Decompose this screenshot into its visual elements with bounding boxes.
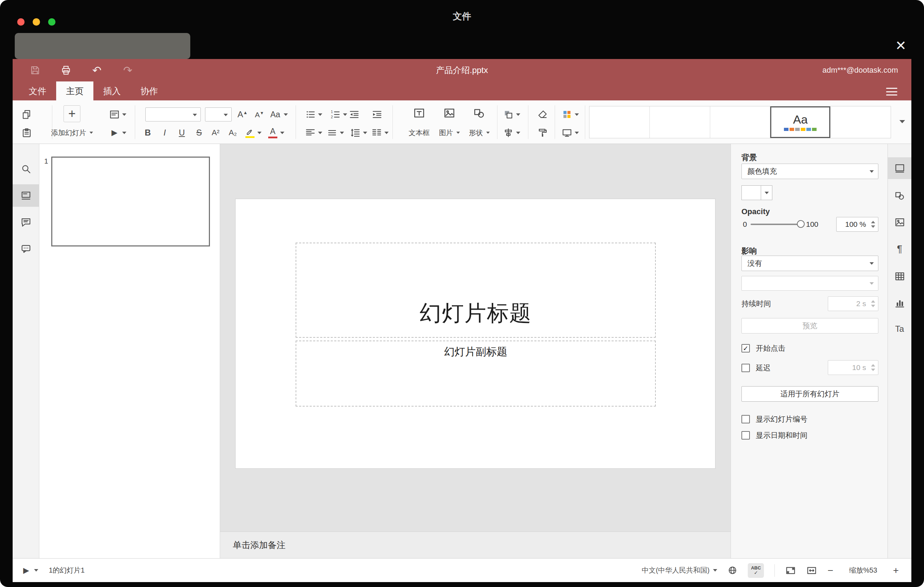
add-slide-button[interactable]: +	[64, 106, 81, 122]
columns-chevron-icon[interactable]	[384, 132, 389, 134]
tab-collaboration[interactable]: 协作	[130, 81, 168, 101]
clear-style-button[interactable]	[535, 107, 551, 122]
paragraph-settings-button[interactable]: ¶	[888, 238, 911, 260]
arrange-chevron-icon[interactable]	[516, 114, 520, 116]
title-placeholder[interactable]: 幻灯片标题	[295, 242, 656, 338]
delay-row[interactable]: 延迟	[741, 361, 771, 375]
slides-panel-button[interactable]	[13, 184, 39, 207]
vertical-align-button[interactable]	[324, 125, 340, 140]
hamburger-menu-icon[interactable]	[885, 86, 898, 97]
preview-chevron-icon[interactable]	[34, 569, 38, 572]
tab-insert[interactable]: 插入	[93, 81, 130, 101]
vertical-align-chevron-icon[interactable]	[340, 132, 344, 134]
spellcheck-button[interactable]: ABC ✓	[748, 563, 764, 578]
theme-option-2[interactable]	[650, 106, 710, 138]
copy-button[interactable]	[19, 107, 35, 122]
start-preview-icon[interactable]: ▶	[23, 567, 29, 574]
align-shape-button[interactable]	[501, 125, 516, 140]
align-shape-chevron-icon[interactable]	[516, 132, 520, 134]
paste-button[interactable]	[19, 125, 35, 140]
print-button[interactable]	[60, 64, 72, 76]
chat-button[interactable]	[13, 238, 39, 260]
save-button[interactable]	[29, 64, 41, 76]
theme-option-selected[interactable]: Aa	[770, 106, 831, 138]
change-case-button[interactable]: Aa	[267, 107, 283, 122]
slide-thumbnail[interactable]	[51, 157, 210, 246]
effect-select[interactable]: 没有	[741, 256, 878, 271]
theme-gallery-expand-button[interactable]	[895, 114, 909, 129]
bullet-list-button[interactable]	[303, 107, 318, 122]
start-on-click-row[interactable]: ✓ 开始点击	[741, 341, 785, 355]
preview-button[interactable]: 预览	[741, 318, 878, 333]
show-datetime-checkbox[interactable]	[741, 431, 750, 440]
search-button[interactable]	[13, 158, 39, 180]
language-selector[interactable]: 中文(中华人民共和国)	[642, 566, 717, 575]
decrease-font-button[interactable]: A▼	[252, 107, 267, 122]
slide-size-button[interactable]	[559, 125, 575, 140]
slide-layout-chevron-icon[interactable]	[122, 114, 126, 116]
decrease-indent-button[interactable]	[346, 107, 362, 122]
italic-button[interactable]: I	[157, 125, 172, 140]
start-on-click-checkbox[interactable]: ✓	[741, 344, 750, 353]
show-datetime-row[interactable]: 显示日期和时间	[741, 428, 807, 442]
increase-font-button[interactable]: A▲	[235, 107, 250, 122]
comments-button[interactable]	[13, 211, 39, 234]
subtitle-placeholder[interactable]: 幻灯片副标题	[295, 341, 656, 407]
delay-spinner[interactable]: 10 s	[828, 360, 878, 375]
background-fill-select[interactable]: 颜色填充	[741, 163, 878, 179]
slide-settings-button[interactable]	[888, 157, 911, 179]
increase-indent-button[interactable]	[369, 107, 385, 122]
arrange-shape-button[interactable]	[501, 107, 516, 122]
document-language-icon[interactable]	[728, 566, 737, 575]
textart-settings-button[interactable]: Ta	[888, 318, 911, 340]
font-name-combo[interactable]	[145, 107, 201, 122]
underline-button[interactable]: U	[174, 125, 190, 140]
apply-to-all-button[interactable]: 适用于所有幻灯片	[741, 386, 878, 402]
opacity-slider-track[interactable]	[751, 224, 802, 225]
change-case-chevron-icon[interactable]	[284, 114, 288, 116]
strikeout-button[interactable]: S	[191, 125, 207, 140]
fit-width-icon[interactable]	[807, 565, 817, 576]
horizontal-align-button[interactable]	[303, 125, 318, 140]
delay-checkbox[interactable]	[741, 364, 750, 372]
highlight-color-button[interactable]	[242, 125, 258, 140]
close-icon[interactable]: ✕	[891, 36, 911, 56]
opacity-spinner[interactable]: 100 %	[836, 217, 878, 232]
opacity-slider-handle[interactable]	[797, 220, 805, 228]
copy-style-button[interactable]	[535, 125, 551, 140]
numbered-list-button[interactable]	[328, 107, 343, 122]
color-scheme-button[interactable]	[559, 107, 575, 122]
highlight-chevron-icon[interactable]	[257, 132, 262, 134]
insert-shape-icon[interactable]	[472, 106, 487, 121]
horizontal-align-chevron-icon[interactable]	[318, 132, 322, 134]
font-color-button[interactable]: A	[265, 125, 280, 140]
show-slide-number-checkbox[interactable]	[741, 415, 750, 424]
bold-button[interactable]: B	[140, 125, 155, 140]
opacity-down-icon[interactable]	[871, 225, 875, 228]
line-spacing-chevron-icon[interactable]	[363, 132, 367, 134]
table-settings-button[interactable]	[888, 265, 911, 287]
notes-area[interactable]: 单击添加备注	[220, 531, 731, 558]
bullet-list-chevron-icon[interactable]	[318, 114, 322, 116]
font-color-chevron-icon[interactable]	[280, 132, 284, 134]
opacity-up-icon[interactable]	[871, 221, 875, 223]
subscript-button[interactable]: A₂	[225, 125, 241, 140]
background-color-picker[interactable]	[741, 185, 772, 200]
shape-settings-button[interactable]	[888, 185, 911, 206]
line-spacing-button[interactable]	[348, 125, 363, 140]
color-scheme-chevron-icon[interactable]	[575, 114, 579, 116]
chart-settings-button[interactable]	[888, 292, 911, 314]
slide-size-chevron-icon[interactable]	[575, 132, 579, 134]
font-size-combo[interactable]	[205, 107, 232, 122]
slide-surface[interactable]: 幻灯片标题 幻灯片副标题	[235, 199, 716, 469]
image-settings-button[interactable]	[888, 211, 911, 233]
fit-slide-icon[interactable]	[785, 565, 796, 576]
slide-layout-button[interactable]	[107, 107, 122, 122]
start-slideshow-button[interactable]: ▶	[107, 125, 122, 140]
columns-button[interactable]	[369, 125, 384, 140]
theme-option-1[interactable]	[589, 106, 650, 138]
redo-button[interactable]: ↷	[122, 64, 134, 76]
tab-home[interactable]: 主页	[56, 81, 93, 101]
superscript-button[interactable]: A²	[208, 125, 223, 140]
theme-option-3[interactable]	[710, 106, 771, 138]
